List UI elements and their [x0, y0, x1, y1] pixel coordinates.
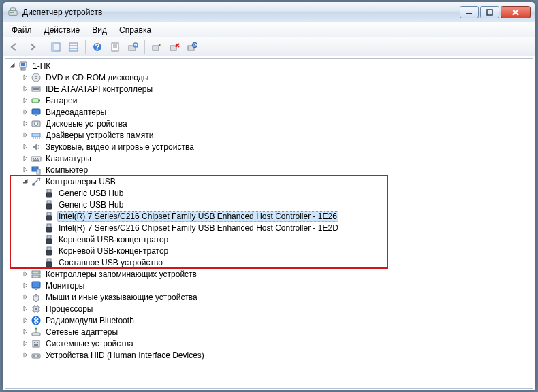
tree-expander[interactable] — [20, 153, 31, 164]
svg-rect-68 — [47, 259, 51, 262]
monitor-icon — [31, 280, 42, 291]
tree-expander[interactable] — [20, 176, 31, 187]
tree-category-network[interactable]: Сетевые адаптеры — [7, 326, 533, 338]
svg-rect-75 — [35, 289, 37, 290]
uninstall-button[interactable] — [166, 39, 183, 55]
window-title: Диспетчер устройств — [22, 7, 460, 17]
tree-expander[interactable] — [20, 327, 31, 338]
tree-category-computer[interactable]: Компьютер — [7, 164, 533, 176]
tree-expander[interactable] — [20, 292, 31, 303]
mem-icon — [31, 130, 42, 141]
scan-hardware-button[interactable] — [125, 39, 141, 55]
tree-expander[interactable] — [20, 107, 31, 118]
tree-root-label: 1-ПК — [31, 61, 52, 71]
minimize-button[interactable] — [460, 6, 479, 18]
svg-rect-96 — [32, 354, 40, 358]
svg-rect-74 — [32, 282, 40, 288]
cpu-icon — [31, 304, 42, 314]
tree-device-item[interactable]: Корневой USB-концентратор — [7, 245, 533, 257]
forward-button[interactable] — [24, 39, 40, 55]
tree-expander[interactable] — [20, 130, 31, 141]
svg-point-98 — [37, 355, 39, 357]
tree-category-label: Системные устройства — [44, 339, 135, 348]
tree-category-storage[interactable]: Контроллеры запоминающих устройств — [7, 268, 533, 280]
tree-expander[interactable] — [20, 269, 31, 280]
tree-root[interactable]: 1-ПК — [7, 60, 533, 71]
usbdev-icon — [44, 211, 54, 222]
tree-category-sound[interactable]: Звуковые, видео и игровые устройства — [7, 141, 533, 152]
tree-expander[interactable] — [20, 84, 31, 95]
tree-category-label: Дисковые устройства — [44, 119, 129, 129]
tree-category-system[interactable]: Системные устройства — [7, 338, 533, 349]
device-tree[interactable]: 1-ПКDVD и CD-ROM дисководыIDE ATA/ATAPI … — [5, 59, 533, 388]
tree-expander[interactable] — [20, 72, 31, 83]
menu-help[interactable]: Справка — [114, 24, 157, 36]
tree-category-usb[interactable]: Контроллеры USB — [7, 176, 533, 187]
svg-line-54 — [33, 180, 38, 184]
svg-rect-89 — [32, 333, 40, 336]
titlebar[interactable]: Диспетчер устройств — [3, 2, 535, 22]
all-devices-button[interactable] — [65, 39, 82, 55]
back-button[interactable] — [6, 39, 22, 55]
tree-device-item[interactable]: Generic USB Hub — [7, 187, 533, 199]
toolbar-separator — [144, 40, 145, 54]
tree-expander[interactable] — [20, 304, 31, 314]
tree-category-mouse[interactable]: Мыши и иные указывающие устройства — [7, 291, 533, 303]
tree-category-label: Устройства HID (Human Interface Devices) — [44, 350, 206, 360]
menu-view[interactable]: Вид — [86, 24, 112, 36]
svg-rect-59 — [46, 204, 52, 209]
svg-rect-10 — [69, 43, 78, 51]
tree-expander[interactable] — [20, 338, 31, 349]
tree-category-disk[interactable]: Дисковые устройства — [7, 118, 533, 129]
svg-text:?: ? — [95, 42, 99, 52]
tree-category-bluetooth[interactable]: Радиомодули Bluetooth — [7, 314, 533, 326]
tree-category-video[interactable]: Видеоадаптеры — [7, 106, 533, 118]
tree-category-monitor[interactable]: Мониторы — [7, 280, 533, 291]
tree-expander[interactable] — [20, 350, 31, 361]
computer-icon — [31, 165, 42, 176]
svg-rect-66 — [47, 247, 51, 250]
tree-category-dvd[interactable]: DVD и CD-ROM дисководы — [7, 71, 533, 83]
help-button[interactable]: ? — [89, 39, 106, 55]
tree-category-label: Звуковые, видео и игровые устройства — [44, 142, 195, 152]
app-icon — [7, 7, 18, 18]
toolbar-separator — [44, 40, 44, 54]
tree-category-keyboard[interactable]: Клавиатуры — [7, 152, 533, 164]
close-button[interactable] — [501, 6, 531, 18]
tree-expander[interactable] — [20, 95, 31, 106]
tree-device-label: Корневой USB-концентратор — [57, 235, 170, 244]
tree-category-ide[interactable]: IDE ATA/ATAPI контроллеры — [7, 83, 533, 95]
menu-file[interactable]: Файл — [6, 24, 37, 36]
menu-action[interactable]: Действие — [39, 24, 86, 36]
svg-rect-67 — [46, 250, 52, 255]
tree-category-battery[interactable]: Батареи — [7, 95, 533, 106]
svg-point-97 — [33, 355, 35, 357]
disable-button[interactable] — [184, 39, 200, 55]
tree-expander[interactable] — [20, 165, 31, 176]
tree-device-item[interactable]: Корневой USB-концентратор — [7, 233, 533, 245]
tree-device-item[interactable]: Intel(R) 7 Series/C216 Chipset Family US… — [7, 222, 533, 233]
tree-expander[interactable] — [20, 142, 31, 152]
tree-expander-empty — [33, 234, 44, 245]
tree-expander[interactable] — [20, 280, 31, 291]
tree-device-item[interactable]: Generic USB Hub — [7, 199, 533, 210]
maximize-button[interactable] — [480, 6, 499, 18]
tree-category-cpu[interactable]: Процессоры — [7, 303, 533, 314]
tree-category-hid[interactable]: Устройства HID (Human Interface Devices) — [7, 349, 533, 361]
tree-expander[interactable] — [20, 315, 31, 326]
svg-rect-41 — [32, 133, 40, 137]
display-icon — [31, 107, 42, 118]
svg-rect-9 — [52, 43, 54, 51]
tree-expander-empty — [33, 246, 44, 257]
svg-rect-95 — [34, 344, 38, 346]
show-hide-tree-button[interactable] — [48, 39, 64, 55]
tree-expander[interactable] — [20, 118, 31, 129]
tree-expander[interactable] — [7, 61, 18, 71]
update-driver-button[interactable] — [148, 39, 165, 55]
svg-rect-69 — [46, 262, 52, 267]
tree-category-label: Процессоры — [44, 304, 95, 314]
tree-category-memdrv[interactable]: Драйверы устройств памяти — [7, 129, 533, 141]
tree-device-item[interactable]: Intel(R) 7 Series/C216 Chipset Family US… — [7, 210, 533, 222]
properties-button[interactable] — [107, 39, 123, 55]
tree-device-item[interactable]: Составное USB устройство — [7, 257, 533, 268]
